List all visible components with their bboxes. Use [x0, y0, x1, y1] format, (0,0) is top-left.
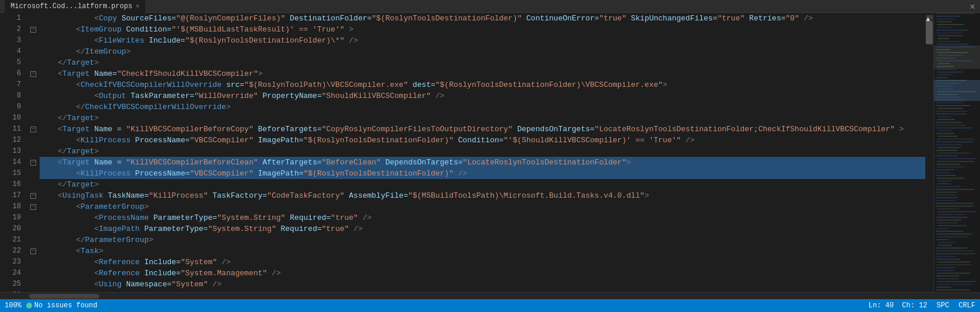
indent: [40, 24, 76, 35]
token: <: [94, 223, 99, 234]
token: ItemGroup: [85, 46, 126, 57]
pin-icon[interactable]: ✕: [970, 1, 975, 12]
scrollbar-thumb[interactable]: [926, 21, 933, 44]
gutter-line: 4: [0, 46, 24, 57]
indent: [40, 290, 94, 292]
tab-close-button[interactable]: ×: [136, 3, 140, 10]
fold-button[interactable]: −: [30, 160, 36, 166]
token: />: [231, 290, 244, 292]
code-lines[interactable]: <Copy SourceFiles="@(RoslynCompilerFiles…: [37, 13, 925, 292]
code-line[interactable]: <ParameterGroup>: [40, 201, 925, 212]
token: Task: [80, 246, 99, 257]
fold-button[interactable]: −: [30, 127, 36, 132]
code-line[interactable]: <ProcessName ParameterType="System.Strin…: [40, 212, 925, 223]
token: </: [58, 57, 67, 68]
fold-indicator[interactable]: −: [29, 124, 37, 135]
fold-indicator[interactable]: −: [29, 201, 37, 212]
code-line[interactable]: <Target Name = "KillVBCSCompilerBeforeCl…: [40, 157, 925, 168]
horizontal-scrollbar-thumb[interactable]: [29, 294, 99, 299]
token: "'$(ShouldKillVBCSCompiler)' == 'True'": [504, 135, 681, 146]
token: "$(RoslynToolsDestinationFolder)": [304, 168, 454, 179]
fold-indicator: [29, 113, 37, 124]
code-line[interactable]: </Target>: [40, 146, 925, 157]
indent: [40, 113, 58, 124]
gutter-line: 18: [0, 201, 24, 212]
code-line[interactable]: <Target Name = "KillVBCSCompilerBeforeCo…: [40, 124, 925, 135]
line-number: 14: [13, 157, 21, 168]
fold-indicator[interactable]: −: [29, 68, 37, 79]
code-line[interactable]: <KillProcess ProcessName="VBCSCompiler" …: [40, 168, 925, 179]
fold-indicator[interactable]: −: [29, 190, 37, 201]
gutter-line: 7: [0, 79, 24, 90]
token: "true": [331, 212, 358, 223]
indent: [40, 57, 58, 68]
vertical-scrollbar[interactable]: ▲: [925, 13, 933, 292]
token: Target: [67, 113, 94, 124]
token: <: [76, 168, 80, 179]
token: Include=: [140, 268, 181, 279]
fold-indicator[interactable]: −: [29, 246, 37, 257]
file-tab[interactable]: Microsoft.Cod...latform.props ×: [5, 0, 145, 13]
token: "true": [599, 13, 627, 24]
code-line[interactable]: <CheckIfVBCSCompilerWillOverride src="$(…: [40, 79, 925, 90]
token: Target: [62, 157, 90, 168]
code-line[interactable]: <Task>: [40, 246, 925, 257]
line-number: 15: [13, 168, 21, 179]
code-area[interactable]: 1234567891011121314151617181920212223242…: [0, 13, 925, 292]
token: />: [454, 168, 467, 179]
status-bar: 100% No issues found Ln: 40 Ch: 12 SPC C…: [0, 299, 980, 312]
fold-indicator[interactable]: −: [29, 157, 37, 168]
line-number: 5: [17, 57, 21, 68]
token: "System.String": [217, 212, 285, 223]
token: Namespace=: [121, 279, 171, 290]
code-line[interactable]: <Using Namespace="System.Linq" />: [40, 290, 925, 292]
code-line[interactable]: </CheckIfVBCSCompilerWillOverride>: [40, 101, 925, 113]
token: AfterTargets=: [258, 157, 322, 168]
token: ProcessName: [99, 212, 149, 223]
code-line[interactable]: <ItemGroup Condition="'$(MSBuildLastTask…: [40, 24, 925, 35]
token: />: [681, 135, 694, 146]
code-line[interactable]: <ImagePath ParameterType="System.String"…: [40, 223, 925, 234]
code-line[interactable]: <Using Namespace="System" />: [40, 279, 925, 290]
code-line[interactable]: <UsingTask TaskName="KillProcess" TaskFa…: [40, 190, 925, 201]
code-line[interactable]: </ParameterGroup>: [40, 234, 925, 246]
code-line[interactable]: </Target>: [40, 57, 925, 68]
token: FileWrites: [99, 35, 144, 46]
code-line[interactable]: <Target Name="CheckIfShouldKillVBCSCompi…: [40, 68, 925, 79]
code-line[interactable]: <Reference Include="System.Management" /…: [40, 268, 925, 279]
token: "CheckIfShouldKillVBCSCompiler": [117, 68, 258, 79]
fold-button[interactable]: −: [30, 71, 36, 77]
token: "$(RoslynToolsDestinationFolder)": [304, 135, 454, 146]
token: <: [94, 290, 99, 292]
indent: [40, 79, 76, 90]
fold-button[interactable]: −: [30, 248, 36, 254]
fold-button[interactable]: −: [30, 27, 36, 33]
fold-indicator[interactable]: −: [29, 24, 37, 35]
code-line[interactable]: <Output TaskParameter="WillOverride" Pro…: [40, 90, 925, 101]
token: "VBCSCompiler": [189, 168, 253, 179]
token: TaskName=: [103, 190, 149, 201]
token: "$(RoslynToolPath)\VBCSCompiler.exe": [244, 79, 408, 90]
zoom-level[interactable]: 100%: [5, 302, 22, 310]
code-line[interactable]: <Reference Include="System" />: [40, 257, 925, 268]
gutter-line: 9: [0, 101, 24, 113]
code-line[interactable]: </ItemGroup>: [40, 46, 925, 57]
code-line[interactable]: </Target>: [40, 179, 925, 190]
fold-indicator: [29, 146, 37, 157]
status-right: Ln: 40 Ch: 12 SPC CRLF: [869, 302, 975, 310]
gutter-line: 19: [0, 212, 24, 223]
token: <: [94, 90, 99, 101]
fold-button[interactable]: −: [30, 193, 36, 199]
code-line[interactable]: <FileWrites Include="$(RoslynToolsDestin…: [40, 35, 925, 46]
code-line[interactable]: <KillProcess ProcessName="VBCSCompiler" …: [40, 135, 925, 146]
fold-indicator: [29, 234, 37, 246]
fold-button[interactable]: −: [30, 204, 36, 210]
indent: [40, 46, 76, 57]
code-line[interactable]: <Copy SourceFiles="@(RoslynCompilerFiles…: [40, 13, 925, 24]
scrollbar-arrow-up[interactable]: ▲: [926, 15, 933, 20]
horizontal-scrollbar[interactable]: [0, 292, 980, 299]
token: dest=: [408, 79, 435, 90]
line-number: 2: [17, 24, 21, 35]
token: Copy: [99, 13, 117, 24]
code-line[interactable]: </Target>: [40, 113, 925, 124]
